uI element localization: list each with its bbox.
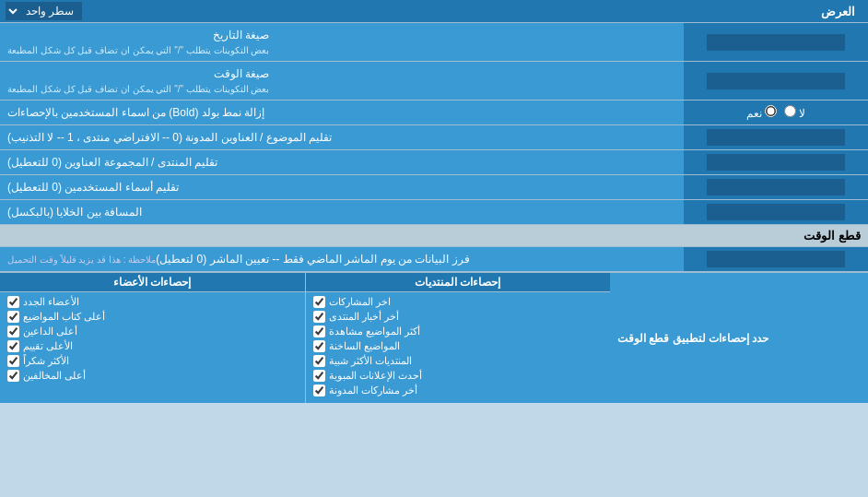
col2-header: إحصاءات المنتديات: [305, 273, 611, 291]
bold-names-row: لا نعم إزالة نمط بولد (Bold) من اسماء ال…: [0, 101, 868, 125]
display-label: العرض: [821, 5, 855, 18]
date-format-sublabel: بعض التكوينات يتطلب "/" التي يمكن ان تضا…: [7, 43, 269, 57]
date-format-input-cell: d-m: [684, 23, 868, 61]
forum-group-label: تقليم المنتدى / المجموعة العناوين (0 للت…: [7, 154, 217, 171]
forum-stat-7: أخر مشاركات المدونة: [313, 385, 604, 396]
time-format-label-cell: صيغة الوقت بعض التكوينات يتطلب "/" التي …: [0, 62, 684, 100]
username-row: 0 تقليم أسماء المستخدمين (0 للتعطيل): [0, 175, 868, 200]
member-stat-5-check[interactable]: [7, 355, 19, 367]
time-format-label: صيغة الوقت: [7, 65, 269, 82]
bold-no-label: لا: [784, 105, 805, 120]
forum-stat-2: أخر أخبار المنتدى: [313, 311, 604, 323]
username-input-cell: 0: [684, 175, 868, 199]
forum-group-input-cell: 33: [684, 150, 868, 174]
member-stats-col: الأعضاء الجدد أعلى كتاب المواضيع أعلى ال…: [0, 292, 305, 403]
forum-stat-4-check[interactable]: [313, 340, 325, 352]
entry-gap-row: 2 المسافة بين الخلايا (بالبكسل): [0, 200, 868, 225]
forum-stat-5: المنتديات الأكثر شبية: [313, 355, 604, 367]
forum-stat-6: أحدث الإعلانات المبوية: [313, 370, 604, 382]
cutoff-input-cell: 0: [684, 247, 868, 271]
time-format-input[interactable]: H:i: [707, 73, 845, 89]
forum-stat-2-check[interactable]: [313, 311, 325, 323]
entry-gap-label: المسافة بين الخلايا (بالبكسل): [7, 204, 142, 220]
cutoff-title: قطع الوقت: [803, 229, 861, 243]
stats-apply-label: حدد إحصاءات لتطبيق قطع الوقت: [610, 273, 868, 403]
member-stat-1: الأعضاء الجدد: [7, 296, 298, 308]
entry-gap-input-cell: 2: [684, 200, 868, 224]
topic-title-input-cell: 33: [684, 125, 868, 149]
entry-gap-input[interactable]: 2: [707, 204, 845, 220]
forum-group-input[interactable]: 33: [707, 154, 845, 171]
time-format-sublabel: بعض التكوينات يتطلب "/" التي يمكن ان تضا…: [7, 82, 269, 96]
member-stat-4-check[interactable]: [7, 340, 19, 352]
member-stat-2: أعلى كتاب المواضيع: [7, 311, 298, 323]
member-stat-5: الأكثر شكراً: [7, 355, 298, 367]
cutoff-section-header: قطع الوقت: [0, 225, 868, 247]
forum-stat-3-check[interactable]: [313, 325, 325, 337]
cutoff-input[interactable]: 0: [707, 251, 845, 267]
forum-stat-7-check[interactable]: [313, 385, 325, 396]
username-input[interactable]: 0: [707, 179, 845, 195]
forum-stats-col: اخر المشاركات أخر أخبار المنتدى أكثر الم…: [305, 292, 611, 403]
forum-group-label-cell: تقليم المنتدى / المجموعة العناوين (0 للت…: [0, 150, 684, 174]
topic-title-input[interactable]: 33: [707, 129, 845, 146]
single-line-select[interactable]: سطر واحد: [6, 2, 82, 20]
date-format-row: d-m صيغة التاريخ بعض التكوينات يتطلب "/"…: [0, 23, 868, 62]
username-label: تقليم أسماء المستخدمين (0 للتعطيل): [7, 179, 179, 195]
member-stat-4: الأعلى تقييم: [7, 340, 298, 352]
member-stat-6-check[interactable]: [7, 370, 19, 382]
bold-names-label-cell: إزالة نمط بولد (Bold) من اسماء المستخدمي…: [0, 101, 684, 124]
username-label-cell: تقليم أسماء المستخدمين (0 للتعطيل): [0, 175, 684, 199]
member-stat-2-check[interactable]: [7, 311, 19, 323]
member-stat-3-check[interactable]: [7, 325, 19, 337]
time-format-input-cell: H:i: [684, 62, 868, 100]
cutoff-label-cell: فرز البيانات من يوم الماشر الماضي فقط --…: [0, 247, 684, 271]
cutoff-label: فرز البيانات من يوم الماشر الماضي فقط --…: [156, 251, 469, 267]
date-format-label-cell: صيغة التاريخ بعض التكوينات يتطلب "/" الت…: [0, 23, 684, 61]
date-format-input[interactable]: d-m: [707, 34, 845, 51]
forum-stat-1-check[interactable]: [313, 296, 325, 308]
bold-yes-radio[interactable]: [765, 105, 777, 117]
forum-stat-3: أكثر المواضيع مشاهدة: [313, 325, 604, 337]
display-header-row: العرض سطر واحد: [0, 0, 868, 23]
entry-gap-label-cell: المسافة بين الخلايا (بالبكسل): [0, 200, 684, 224]
topic-title-label-cell: تقليم الموضوع / العناوين المدونة (0 -- ا…: [0, 125, 684, 149]
bold-yes-label: نعم: [746, 105, 777, 120]
cutoff-row: 0 فرز البيانات من يوم الماشر الماضي فقط …: [0, 247, 868, 272]
member-stat-6: أعلى المخالفين: [7, 370, 298, 382]
member-stat-3: أعلى الداعين: [7, 325, 298, 337]
bold-names-label: إزالة نمط بولد (Bold) من اسماء المستخدمي…: [7, 104, 264, 121]
bold-no-radio[interactable]: [784, 105, 796, 117]
forum-stat-4: المواضيع الساخنة: [313, 340, 604, 352]
time-format-row: H:i صيغة الوقت بعض التكوينات يتطلب "/" ا…: [0, 62, 868, 101]
cutoff-note: ملاحظة : هذا قد يزيد قليلاً وقت التحميل: [7, 253, 156, 266]
topic-title-row: 33 تقليم الموضوع / العناوين المدونة (0 -…: [0, 125, 868, 150]
forum-stat-1: اخر المشاركات: [313, 296, 604, 308]
date-format-label: صيغة التاريخ: [7, 27, 269, 43]
forum-group-row: 33 تقليم المنتدى / المجموعة العناوين (0 …: [0, 150, 868, 175]
member-stat-1-check[interactable]: [7, 296, 19, 308]
topic-title-label: تقليم الموضوع / العناوين المدونة (0 -- ا…: [7, 129, 332, 146]
bold-names-radio-cell: لا نعم: [684, 101, 868, 124]
stats-section: حدد إحصاءات لتطبيق قطع الوقت إحصاءات الم…: [0, 272, 868, 403]
forum-stat-5-check[interactable]: [313, 355, 325, 367]
forum-stat-6-check[interactable]: [313, 370, 325, 382]
col3-header: إحصاءات الأعضاء: [0, 273, 305, 291]
